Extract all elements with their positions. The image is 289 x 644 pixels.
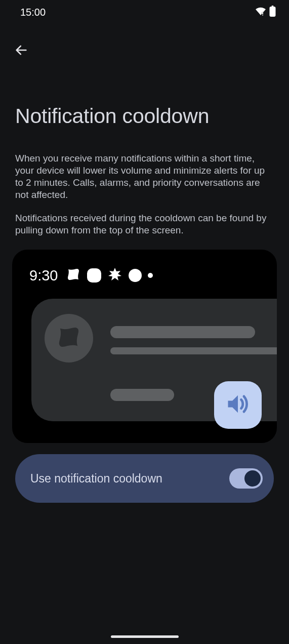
toggle-thumb — [244, 470, 261, 487]
illustration-text-line — [110, 326, 255, 338]
illustration-card: 9:30 — [12, 250, 277, 443]
status-bar: 15:00 — [0, 0, 289, 24]
cooldown-toggle-switch[interactable] — [229, 468, 263, 489]
description-block: When you receive many notifications with… — [0, 128, 289, 236]
page-title: Notification cooldown — [15, 104, 274, 128]
top-bar — [0, 24, 289, 62]
wifi-icon — [255, 7, 266, 18]
illustration-time: 9:30 — [29, 267, 58, 284]
cooldown-toggle-label: Use notification cooldown — [30, 472, 162, 486]
svg-point-2 — [262, 15, 263, 16]
illustration-status-bar: 9:30 — [29, 267, 153, 284]
illustration-status-icon — [66, 267, 81, 284]
svg-rect-1 — [262, 12, 263, 15]
status-icons — [255, 6, 276, 19]
illustration-chip — [110, 389, 174, 401]
arrow-left-icon — [14, 43, 28, 59]
battery-icon — [269, 6, 276, 19]
illustration-avatar — [45, 314, 93, 363]
illustration-avatar-shape-icon — [56, 324, 82, 352]
svg-rect-4 — [270, 7, 276, 17]
svg-rect-3 — [272, 6, 274, 7]
title-block: Notification cooldown — [0, 62, 289, 128]
description-text-2: Notifications received during the cooldo… — [15, 212, 274, 236]
back-button[interactable] — [10, 39, 32, 62]
illustration-status-icon — [107, 267, 122, 284]
home-indicator[interactable] — [111, 635, 179, 638]
status-time: 15:00 — [20, 7, 46, 18]
volume-icon — [225, 391, 251, 419]
illustration-volume-badge — [214, 381, 262, 429]
illustration-status-icon — [87, 268, 101, 283]
illustration-status-icon — [129, 269, 142, 282]
illustration-status-icon — [148, 273, 153, 278]
cooldown-toggle-card[interactable]: Use notification cooldown — [15, 454, 274, 503]
description-text-1: When you receive many notifications with… — [15, 152, 274, 201]
illustration-text-line — [110, 347, 277, 354]
